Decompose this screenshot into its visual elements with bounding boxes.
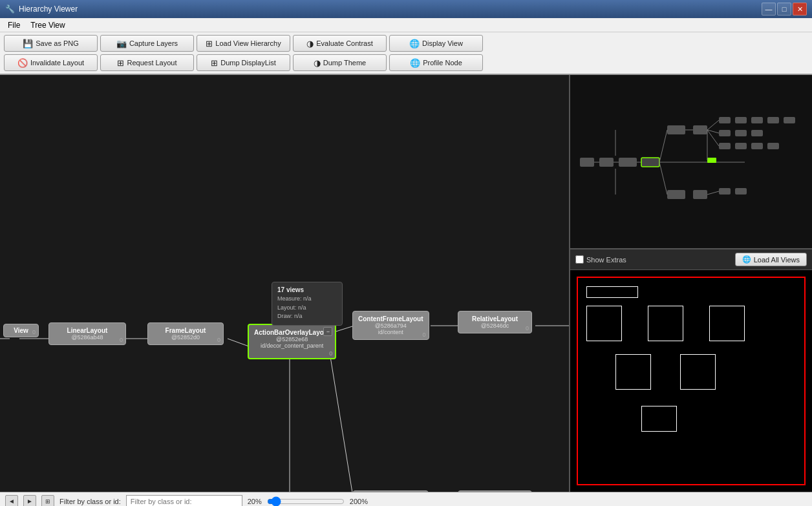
dump-theme-button[interactable]: ◑ Dump Theme	[293, 54, 387, 71]
menu-tree-view[interactable]: Tree View	[25, 19, 70, 31]
preview-top-bar	[586, 286, 638, 298]
titlebar-title: 🔧 Hierarchy Viewer	[5, 5, 78, 14]
tooltip-layout: Layout: n/a	[277, 304, 337, 313]
menubar: File Tree View	[0, 18, 812, 32]
evaluate-contrast-button[interactable]: ◑ Evaluate Contrast	[293, 35, 387, 52]
request-layout-label: Request Layout	[127, 59, 176, 67]
tooltip-views: 17 views	[277, 286, 337, 293]
svg-rect-37	[767, 143, 779, 149]
minimap-svg	[577, 81, 807, 243]
invalidate-layout-label: Invalidate Layout	[30, 59, 84, 67]
view-preview[interactable]	[570, 270, 812, 492]
svg-rect-32	[735, 130, 747, 136]
dump-displaylist-button[interactable]: ⊞ Dump DisplayList	[197, 54, 290, 71]
minimap[interactable]	[570, 75, 812, 249]
minimize-button[interactable]: —	[762, 3, 776, 16]
framelayout-node[interactable]: FrameLayout @52852d0 0	[147, 322, 224, 345]
svg-rect-31	[719, 130, 731, 136]
dump-theme-icon: ◑	[314, 58, 321, 68]
svg-rect-29	[767, 117, 779, 123]
view-node-count: 0	[32, 329, 36, 335]
grid-button[interactable]: ⊞	[41, 495, 54, 507]
relativelayout-count: 0	[526, 325, 529, 332]
svg-rect-34	[719, 143, 731, 149]
svg-rect-35	[735, 143, 747, 149]
view-node[interactable]: View 0	[3, 324, 39, 337]
show-extras-checkbox[interactable]	[575, 255, 584, 264]
svg-rect-39	[735, 188, 747, 195]
save-icon: 💾	[23, 39, 33, 48]
preview-box-3	[709, 306, 745, 341]
framelayout-id: @52852d0	[153, 334, 218, 341]
profile-icon: 🌐	[410, 58, 420, 68]
collapse-button[interactable]: −	[323, 327, 332, 336]
view-node-name: View	[8, 327, 34, 334]
profile-node-label: Profile Node	[423, 59, 462, 67]
window-controls: — □ ✕	[762, 3, 807, 16]
linearlayout-node[interactable]: LinearLayout @5286ab48 0	[48, 322, 126, 345]
invalidate-layout-button[interactable]: 🚫 Invalidate Layout	[4, 54, 98, 71]
zoom-slider[interactable]	[267, 496, 345, 507]
maximize-button[interactable]: □	[777, 3, 791, 16]
display-view-button[interactable]: 🌐 Display View	[389, 35, 483, 52]
actionbar-overlay-name: ActionBarOverlayLayout	[254, 329, 330, 336]
svg-rect-20	[693, 125, 707, 134]
dump-theme-label: Dump Theme	[323, 59, 366, 67]
svg-rect-40	[707, 158, 716, 163]
svg-rect-38	[719, 188, 731, 195]
profile-node-button[interactable]: 🌐 Profile Node	[389, 54, 483, 71]
load-all-views-button[interactable]: 🌐 Load All Views	[735, 253, 807, 266]
svg-rect-17	[619, 158, 637, 167]
load-all-icon: 🌐	[742, 255, 751, 264]
dump-displaylist-label: Dump DisplayList	[220, 59, 276, 67]
framelayout-name: FrameLayout	[153, 327, 218, 334]
load-all-views-label: Load All Views	[754, 256, 800, 264]
close-button[interactable]: ✕	[793, 3, 807, 16]
actionbar-container-node[interactable]: ActionBarContainer @5286a948 id/action_b…	[352, 490, 429, 492]
contentframe-id: @5286a794	[358, 322, 423, 329]
preview-box-1	[586, 306, 622, 341]
tooltip-draw: Draw: n/a	[277, 312, 337, 321]
toolbar-node[interactable]: Toolbar @528462b8 id/action_bar 0	[458, 490, 532, 492]
node-tooltip: 17 views Measure: n/a Layout: n/a Draw: …	[272, 282, 343, 326]
svg-rect-28	[751, 117, 763, 123]
svg-rect-30	[784, 117, 795, 123]
framelayout-count: 0	[217, 337, 220, 343]
main-area: View 0 LinearLayout @5286ab48 0 FrameLay…	[0, 75, 812, 492]
capture-layers-label: Capture Layers	[129, 39, 178, 47]
svg-rect-19	[667, 125, 685, 134]
linearlayout-id: @5286ab48	[54, 334, 120, 341]
svg-rect-16	[599, 158, 614, 167]
load-view-hierarchy-button[interactable]: ⊞ Load View Hierarchy	[197, 35, 290, 52]
svg-line-24	[659, 130, 667, 162]
relativelayout-id: @52846dc	[464, 322, 526, 329]
actionbar-overlay-count: 0	[329, 350, 332, 357]
actionbar-overlay-subid: id/decor_content_parent	[254, 343, 330, 349]
invalidate-icon: 🚫	[17, 58, 28, 68]
linearlayout-count: 0	[120, 337, 123, 343]
preview-box-2	[648, 306, 683, 341]
back-button[interactable]: ◄	[5, 495, 18, 507]
canvas-area[interactable]: View 0 LinearLayout @5286ab48 0 FrameLay…	[0, 75, 569, 492]
svg-rect-15	[580, 158, 594, 167]
preview-box-4	[615, 354, 651, 390]
actionbar-overlay-node[interactable]: ActionBarOverlayLayout @52852e68 id/deco…	[248, 324, 336, 359]
contentframe-node[interactable]: ContentFrameLayout @5286a794 id/content …	[352, 311, 429, 340]
request-icon: ⊞	[117, 58, 124, 68]
toolbar: 💾 Save as PNG 📷 Capture Layers ⊞ Load Vi…	[0, 32, 812, 75]
request-layout-button[interactable]: ⊞ Request Layout	[100, 54, 194, 71]
relativelayout-node[interactable]: RelativeLayout @52846dc 0	[458, 311, 532, 333]
right-panel: Show Extras 🌐 Load All Views	[569, 75, 812, 492]
forward-button[interactable]: ►	[23, 495, 36, 507]
toolbar-row-2: 🚫 Invalidate Layout ⊞ Request Layout ⊞ D…	[4, 54, 808, 71]
capture-layers-button[interactable]: 📷 Capture Layers	[100, 35, 194, 52]
svg-rect-33	[751, 130, 763, 136]
svg-rect-36	[751, 143, 763, 149]
menu-file[interactable]: File	[3, 19, 25, 31]
save-as-png-button[interactable]: 💾 Save as PNG	[4, 35, 98, 52]
show-extras-label[interactable]: Show Extras	[575, 255, 626, 264]
app-icon: 🔧	[5, 5, 15, 14]
load-view-hierarchy-label: Load View Hierarchy	[215, 39, 281, 47]
load-hierarchy-icon: ⊞	[206, 39, 213, 48]
filter-input[interactable]	[126, 495, 242, 507]
